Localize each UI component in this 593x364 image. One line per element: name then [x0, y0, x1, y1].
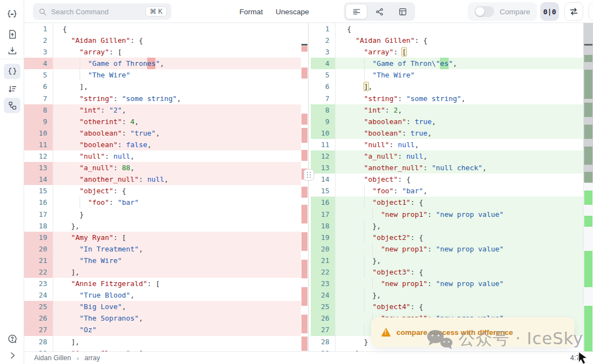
- code-line[interactable]: 23 "new prop1": "new prop value": [311, 278, 583, 289]
- breadcrumb-leaf[interactable]: array: [85, 354, 100, 362]
- code-line[interactable]: 28 ],: [24, 336, 301, 348]
- table-view-button[interactable]: [391, 4, 413, 19]
- download-icon[interactable]: [4, 43, 20, 58]
- line-number: 4: [24, 58, 53, 69]
- line-number: 21: [311, 255, 335, 266]
- code-line[interactable]: 7 "string": "some string",: [311, 93, 583, 104]
- compare-references-button[interactable]: [4, 98, 20, 113]
- code-line[interactable]: 12 "null": null,: [24, 150, 301, 162]
- code-line[interactable]: 8 "int": "2",: [24, 104, 301, 116]
- code-line[interactable]: 19 "object2": {: [311, 232, 583, 243]
- code-line[interactable]: 22 "object3": {: [311, 266, 583, 278]
- compare-toggle[interactable]: [474, 6, 494, 17]
- line-number: 10: [311, 127, 335, 139]
- swap-arrows-icon: [569, 7, 579, 16]
- line-number: 5: [311, 69, 335, 81]
- code-line[interactable]: 20 "In Treatment",: [24, 243, 301, 255]
- code-line[interactable]: 8 "int": 2,: [311, 104, 583, 116]
- code-text: "object": {: [347, 175, 411, 183]
- code-line[interactable]: 6 ],: [311, 81, 583, 92]
- line-number: 14: [311, 173, 335, 185]
- code-line[interactable]: 9 "otherint": 4,: [24, 116, 301, 127]
- code-line[interactable]: 4 "Game of Thron\"es",: [311, 58, 583, 69]
- code-line[interactable]: 21 "The Wire": [24, 255, 301, 266]
- line-number: 8: [311, 104, 335, 116]
- diff-ruler-mark: [301, 315, 307, 333]
- diff-ruler-mark: [301, 114, 307, 125]
- unescape-button[interactable]: Unescape: [276, 0, 309, 23]
- warning-icon: [381, 328, 391, 337]
- code-line[interactable]: 15 "object": {: [24, 185, 301, 197]
- search-icon: [38, 8, 47, 16]
- code-line[interactable]: 16 "foo": "bar": [24, 197, 301, 208]
- code-line[interactable]: 11 "boolean": false,: [24, 139, 301, 150]
- code-line[interactable]: 15 "foo": "bar",: [311, 185, 583, 197]
- code-line[interactable]: 22 ],: [24, 266, 301, 278]
- code-line[interactable]: 19 "Amy Ryan": [: [24, 232, 301, 243]
- code-line[interactable]: 29 "Anwan Glover": [: [24, 348, 301, 351]
- code-line[interactable]: 21 },: [311, 255, 583, 266]
- code-line[interactable]: 11 "null": null,: [311, 139, 583, 150]
- format-button[interactable]: Format: [239, 0, 263, 23]
- code-line[interactable]: 2 "Aidan Gillen": {: [24, 35, 301, 46]
- fullscreen-button[interactable]: [589, 2, 593, 21]
- code-line[interactable]: 1{: [24, 23, 301, 35]
- code-text: "True Blood",: [63, 291, 135, 299]
- split-diff-view-button[interactable]: 0|0: [540, 2, 559, 21]
- code-text: "Amy Ryan": [: [63, 233, 126, 242]
- right-overview-ruler[interactable]: [583, 23, 593, 351]
- code-line[interactable]: 14 "another_null": null,: [24, 173, 301, 185]
- code-line[interactable]: 17 }: [24, 209, 301, 220]
- code-text: "boolean": false,: [63, 141, 152, 149]
- code-line[interactable]: 14 "object": {: [311, 173, 583, 185]
- text-view-button[interactable]: [345, 4, 367, 19]
- graph-view-button[interactable]: [368, 4, 390, 19]
- code-line[interactable]: 24 "True Blood",: [24, 289, 301, 301]
- code-line[interactable]: 18 },: [311, 220, 583, 232]
- code-line[interactable]: 23 "Annie Fitzgerald": [: [24, 278, 301, 289]
- code-line[interactable]: 18 },: [24, 220, 301, 232]
- breadcrumb-root[interactable]: Aidan Gillen: [34, 354, 71, 362]
- code-line[interactable]: 7 "string": "some string",: [24, 93, 301, 104]
- diff-ruler-mark: [301, 287, 307, 306]
- left-overview-ruler[interactable]: [301, 23, 308, 351]
- code-line[interactable]: 16 "object1": {: [311, 197, 583, 208]
- code-line[interactable]: 13 "another_null": "null check",: [311, 162, 583, 173]
- search-input[interactable]: Search Command ⌘ K: [33, 3, 171, 20]
- code-line[interactable]: 27 "Oz": [24, 324, 301, 335]
- left-editor-pane[interactable]: 1{2 "Aidan Gillen": {3 "array": [4 "Game…: [24, 23, 309, 351]
- code-line[interactable]: 25 "object4": {: [311, 301, 583, 312]
- code-text: ],: [63, 338, 80, 346]
- right-editor-pane[interactable]: 1{2 "Aidan Gillen": {3 "array": [4 "Game…: [311, 23, 583, 351]
- code-line[interactable]: 12 "a_null": null,: [311, 150, 583, 162]
- line-number: 25: [311, 301, 335, 312]
- code-line[interactable]: 26 "The Sopranos",: [24, 312, 301, 324]
- code-line[interactable]: 9 "aboolean": true,: [311, 116, 583, 127]
- help-icon[interactable]: [4, 331, 20, 346]
- splitter-handle[interactable]: [304, 169, 314, 181]
- sort-icon[interactable]: [4, 81, 20, 97]
- code-line[interactable]: 10 "boolean": true,: [311, 127, 583, 139]
- code-text: "int": "2",: [63, 106, 126, 114]
- collapse-sidebar-icon[interactable]: [4, 348, 20, 363]
- code-line[interactable]: 20 "new prop1": "new prop value": [311, 243, 583, 255]
- code-text: "Annie Fitzgerald": [: [63, 279, 160, 288]
- scrollbar-thumb[interactable]: [584, 23, 593, 182]
- code-line[interactable]: 17 "new prop1": "new prop value": [311, 209, 583, 220]
- code-line[interactable]: 10 "aboolean": "true",: [24, 127, 301, 139]
- import-file-icon[interactable]: [4, 26, 20, 42]
- code-line[interactable]: 1{: [311, 23, 583, 35]
- swap-panes-button[interactable]: [564, 2, 583, 21]
- code-line[interactable]: 5 "The Wire": [311, 69, 583, 81]
- code-line[interactable]: 24 },: [311, 289, 583, 301]
- code-line[interactable]: 3 "array": [: [24, 46, 301, 58]
- code-line[interactable]: 6 ],: [24, 81, 301, 92]
- code-line[interactable]: 2 "Aidan Gillen": {: [311, 35, 583, 46]
- braces-view-button[interactable]: [4, 64, 20, 79]
- code-line[interactable]: 25 "Big Love",: [24, 301, 301, 312]
- code-line[interactable]: 4 "Game of Thrones",: [24, 58, 301, 69]
- code-line[interactable]: 13 "a_null": 88,: [24, 162, 301, 173]
- breadcrumb[interactable]: Aidan Gillen › array: [34, 354, 100, 362]
- code-line[interactable]: 3 "array": [: [311, 46, 583, 58]
- code-line[interactable]: 5 "The Wire": [24, 69, 301, 81]
